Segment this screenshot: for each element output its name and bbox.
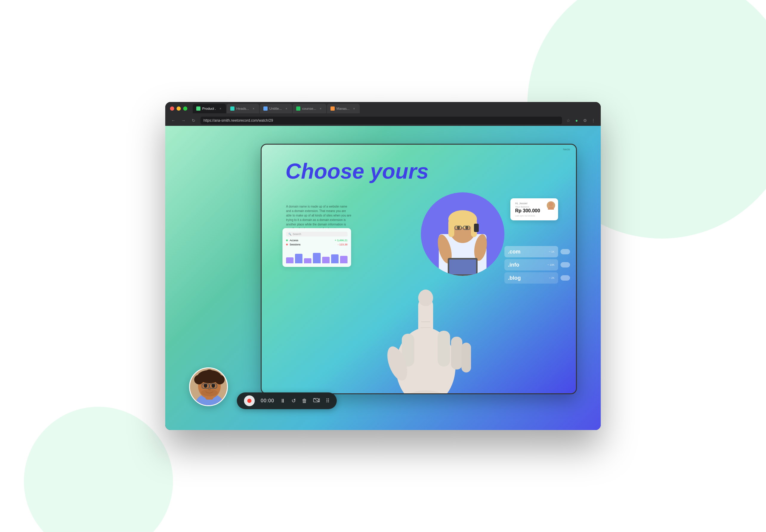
chart-bar-4 (313, 253, 320, 263)
browser-titlebar: Product . × Heads... × Untitle... × (165, 102, 601, 115)
domain-toggle-info[interactable] (560, 262, 570, 267)
domain-toggle-blog[interactable] (560, 275, 570, 281)
recording-bar: 00:00 ⏸ ↺ 🗑 ⠿ (237, 392, 337, 409)
user-avatar (189, 367, 228, 406)
close-button[interactable] (170, 106, 174, 111)
analytics-chart (286, 248, 348, 263)
camera-off-button[interactable] (313, 398, 320, 404)
svg-rect-21 (451, 337, 462, 369)
address-bar[interactable]: https://ana-smith.neetorecord.com/watch/… (200, 117, 562, 124)
tab-label-untitle: Untitle... (269, 107, 282, 110)
domain-row-com: .com ~ 1K (504, 246, 570, 257)
domain-row-blog: .blog ~ 2K (504, 272, 570, 284)
delete-button[interactable]: 🗑 (302, 398, 307, 404)
record-button[interactable] (244, 395, 255, 406)
settings-icon[interactable]: ⚙ (582, 118, 588, 123)
stat-sessions-label: Sessions (290, 243, 301, 246)
svg-point-16 (548, 207, 554, 210)
tab-label-product: Product . (202, 107, 216, 110)
record-dot (247, 399, 251, 403)
tab-favicon-counse (296, 106, 300, 111)
scene-wrapper: Product . × Heads... × Untitle... × (115, 57, 651, 475)
hand-illustration (366, 262, 485, 394)
recording-time: 00:00 (261, 398, 274, 403)
chart-bar-2 (295, 254, 302, 264)
domain-pill-blog[interactable]: .blog ~ 2K (504, 272, 558, 284)
minimize-button[interactable] (177, 106, 181, 111)
domain-pill-com[interactable]: .com ~ 1K (504, 246, 558, 257)
maximize-button[interactable] (183, 106, 187, 111)
traffic-lights (170, 106, 187, 111)
browser-window: Product . × Heads... × Untitle... × (165, 102, 601, 430)
inner-tablet: Necto Choose yours A domain name is made… (261, 144, 577, 394)
tab-close-product[interactable]: × (218, 106, 223, 111)
svg-point-37 (205, 369, 214, 378)
widget-search[interactable]: 🔍 Search (286, 232, 348, 236)
url-text: https://ana-smith.neetorecord.com/watch/… (203, 118, 273, 123)
domain-name-com: .com (508, 249, 521, 255)
svg-rect-45 (313, 398, 318, 402)
svg-rect-22 (461, 343, 471, 372)
tab-counse[interactable]: counse... × (293, 104, 326, 113)
domain-toggle-com[interactable] (560, 249, 570, 254)
tab-favicon-heads (230, 106, 234, 111)
balance-avatar (547, 201, 555, 210)
domain-price-info: ~ 10K (547, 263, 555, 266)
back-button[interactable]: ← (170, 117, 177, 124)
stat-sessions-value: - 123.38 (338, 243, 348, 246)
tab-favicon-untitle (263, 106, 268, 111)
stat-sessions: Sessions - 123.38 (286, 243, 348, 246)
stat-dot-access (286, 239, 288, 241)
svg-rect-20 (438, 331, 450, 366)
tab-label-manas: Manas... (336, 107, 350, 110)
chart-bar-7 (340, 256, 348, 263)
domain-row-info: .info ~ 10K (504, 259, 570, 270)
extension-icon[interactable]: ● (574, 118, 579, 123)
stat-access-label: Access (290, 239, 298, 242)
svg-point-15 (549, 202, 553, 206)
analytics-widget: 🔍 Search Access + 3,496.21 Sessions - 12… (282, 228, 351, 267)
domain-pill-info[interactable]: .info ~ 10K (504, 259, 558, 270)
toolbar-right: ☆ ● ⚙ ⋮ (566, 118, 596, 123)
refresh-button[interactable]: ↺ (291, 398, 296, 404)
domain-name-blog: .blog (508, 275, 521, 281)
tablet-status: Necto (563, 148, 570, 151)
balance-date: Last sync 01/10/2022 (515, 215, 553, 217)
bookmark-icon[interactable]: ☆ (566, 118, 571, 123)
domain-options: .com ~ 1K .info ~ 10K (504, 246, 570, 284)
hand-container (366, 262, 485, 394)
chart-bar-1 (286, 257, 294, 263)
search-placeholder: Search (293, 233, 301, 236)
tab-favicon-manas (331, 106, 335, 111)
browser-chrome: Product . × Heads... × Untitle... × (165, 102, 601, 126)
pause-button[interactable]: ⏸ (280, 398, 285, 404)
domain-name-info: .info (508, 262, 519, 268)
chart-bar-3 (304, 258, 311, 264)
browser-toolbar: ← → ↻ https://ana-smith.neetorecord.com/… (165, 115, 601, 126)
stat-access: Access + 3,496.21 (286, 239, 348, 242)
tab-close-heads[interactable]: × (251, 106, 256, 111)
menu-icon[interactable]: ⋮ (591, 118, 596, 123)
tab-close-counse[interactable]: × (319, 106, 323, 111)
chart-bar-5 (322, 257, 330, 264)
description-text: A domain name is made up of a website na… (286, 204, 352, 231)
tab-product[interactable]: Product . × (193, 104, 226, 113)
grid-button[interactable]: ⠿ (326, 398, 330, 404)
tab-label-heads: Heads... (236, 107, 249, 110)
tab-untitle[interactable]: Untitle... × (260, 104, 292, 113)
reload-button[interactable]: ↻ (190, 117, 197, 124)
browser-content: Necto Choose yours A domain name is made… (165, 126, 601, 430)
tab-close-manas[interactable]: × (352, 106, 356, 111)
tab-close-untitle[interactable]: × (284, 106, 288, 111)
tab-heads[interactable]: Heads... × (227, 104, 259, 113)
chart-bar-6 (331, 254, 339, 263)
domain-price-com: ~ 1K (549, 250, 555, 253)
tab-manas[interactable]: Manas... × (327, 104, 360, 113)
tab-favicon-product (196, 106, 200, 111)
svg-rect-3 (448, 219, 454, 237)
stat-access-value: + 3,496.21 (335, 239, 348, 242)
tabs-bar: Product . × Heads... × Untitle... × (193, 104, 596, 113)
main-heading: Choose yours (285, 160, 429, 183)
forward-button[interactable]: → (180, 117, 187, 124)
user-face-illustration (190, 368, 228, 406)
